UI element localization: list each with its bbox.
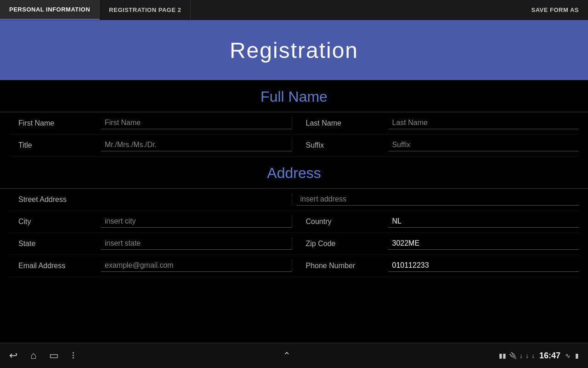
- address-section-title: Address: [0, 156, 588, 189]
- wifi-icon: ∿: [565, 352, 571, 359]
- nav-icons-left: ↩ ⌂ ▭ ⁝: [9, 350, 75, 362]
- state-group: State: [9, 237, 292, 250]
- suffix-label: Suffix: [297, 141, 389, 150]
- street-left-group: Street Address: [9, 196, 292, 204]
- email-row: Email Address Phone Number: [9, 255, 579, 277]
- recents-icon[interactable]: ▭: [49, 350, 59, 362]
- first-name-input[interactable]: [101, 117, 292, 129]
- country-label: Country: [297, 218, 389, 226]
- street-input[interactable]: [297, 193, 579, 206]
- phone-label: Phone Number: [297, 262, 389, 270]
- city-label: City: [9, 218, 101, 226]
- usb-icon: 🔌: [509, 352, 517, 359]
- title-input[interactable]: [101, 139, 292, 151]
- download-icon: ↓: [520, 352, 523, 359]
- street-row: Street Address: [9, 189, 579, 211]
- email-group: Email Address: [9, 259, 292, 272]
- state-row: State Zip Code: [9, 233, 579, 255]
- country-group: Country: [292, 215, 579, 228]
- battery-icon: ▮: [575, 352, 579, 359]
- nav-up-icon[interactable]: ⌃: [283, 350, 291, 361]
- title-row: Title Suffix: [9, 134, 579, 156]
- title-group: Title: [9, 139, 292, 151]
- city-row: City Country: [9, 211, 579, 233]
- phone-input[interactable]: [389, 259, 579, 272]
- back-icon[interactable]: ↩: [9, 350, 17, 362]
- suffix-input[interactable]: [389, 139, 579, 151]
- street-label: Street Address: [9, 196, 101, 204]
- city-group: City: [9, 215, 292, 228]
- last-name-input[interactable]: [389, 117, 579, 129]
- title-label: Title: [9, 141, 101, 150]
- suffix-group: Suffix: [292, 139, 579, 151]
- full-name-section-title: Full Name: [0, 80, 588, 112]
- street-right-group: [292, 193, 579, 206]
- name-row: First Name Last Name: [9, 112, 579, 134]
- last-name-label: Last Name: [297, 119, 389, 127]
- last-name-group: Last Name: [292, 117, 579, 129]
- pause-icon: ▮▮: [499, 352, 506, 359]
- state-input[interactable]: [101, 237, 292, 250]
- email-label: Email Address: [9, 262, 101, 270]
- clock: 16:47: [539, 351, 560, 361]
- zip-input[interactable]: [389, 237, 579, 250]
- phone-group: Phone Number: [292, 259, 579, 272]
- city-input[interactable]: [101, 215, 292, 228]
- header-banner: Registration: [0, 20, 588, 80]
- download3-icon: ↓: [531, 352, 535, 359]
- status-icons: ▮▮ 🔌 ↓ ↓ ↓: [499, 352, 535, 359]
- email-input[interactable]: [101, 259, 292, 272]
- page-title: Registration: [230, 38, 358, 63]
- zip-label: Zip Code: [297, 240, 389, 248]
- first-name-label: First Name: [9, 119, 101, 127]
- first-name-group: First Name: [9, 117, 292, 129]
- home-icon[interactable]: ⌂: [30, 350, 36, 362]
- address-form: Street Address City Country State Zip Co…: [0, 189, 588, 277]
- state-label: State: [9, 240, 101, 248]
- status-bar: ▮▮ 🔌 ↓ ↓ ↓ 16:47 ∿ ▮: [499, 351, 579, 361]
- country-input[interactable]: [389, 215, 579, 228]
- bottom-bar: ↩ ⌂ ▭ ⁝ ⌃ ▮▮ 🔌 ↓ ↓ ↓ 16:47 ∿ ▮: [0, 343, 588, 368]
- full-name-form: First Name Last Name Title Suffix: [0, 112, 588, 156]
- tab-personal-information[interactable]: PERSONAL INFORMATION: [0, 0, 100, 20]
- top-bar: PERSONAL INFORMATION REGISTRATION PAGE 2…: [0, 0, 588, 20]
- tab-registration-page2[interactable]: REGISTRATION PAGE 2: [100, 0, 191, 20]
- grid-icon[interactable]: ⁝: [72, 350, 75, 362]
- save-form-button[interactable]: SAVE FORM AS: [522, 0, 588, 20]
- download2-icon: ↓: [526, 352, 529, 359]
- zip-group: Zip Code: [292, 237, 579, 250]
